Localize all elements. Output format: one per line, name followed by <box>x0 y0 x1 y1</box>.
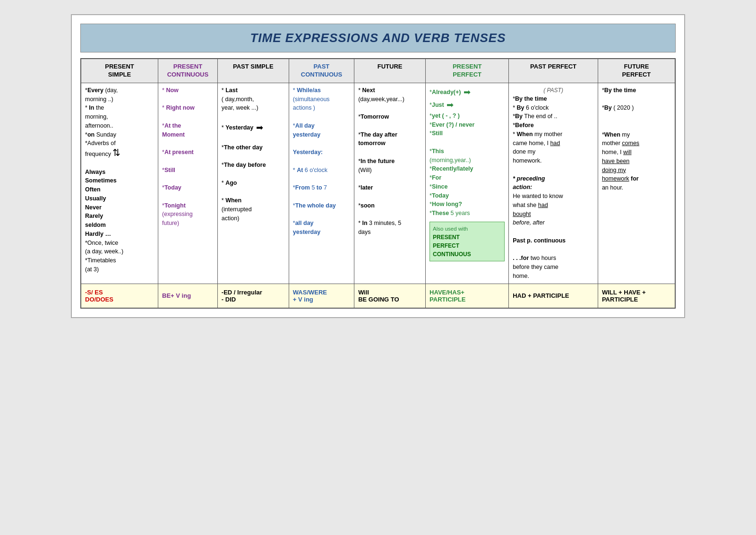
also-used-label: Also used with <box>433 226 468 232</box>
pco-allday2: *all dayyesterday <box>293 220 320 235</box>
page-container: TIME EXPRESSIONS AND VERB TENSES PRESENT… <box>71 14 685 318</box>
pperf-bytime: *By the time <box>513 95 547 102</box>
psi-yesterday: * Yesterday <box>222 124 253 131</box>
pperf-when: * When my mothercame home, I haddone myh… <box>513 131 562 164</box>
fut-dayafter: *The day aftertomorrow <box>358 131 397 147</box>
bottom-future-perf: WILL + HAVE +PARTICIPLE <box>598 284 675 308</box>
pc-still: *Still <box>162 167 175 173</box>
col-header-past-cont: PASTCONTINUOUS <box>289 59 354 83</box>
fperf-when: *When mymother comeshome, I willhave bee… <box>602 131 639 191</box>
pp-ever: *Ever (?) / never <box>430 121 474 128</box>
pperf-before: *Before <box>513 122 533 129</box>
psi-other-day: *The other day <box>222 144 263 151</box>
present-simple-content: *Every (day,morning ..) * In themorning,… <box>81 83 158 284</box>
pp-arrow1: ➡ <box>464 86 471 99</box>
also-used-text: PRESENTPERFECTCONTINUOUS <box>433 234 471 258</box>
fperf-by2020: *By ( 2020 ) <box>602 104 634 111</box>
fut-infuture: *In the future(Will) <box>358 158 395 173</box>
pp-yet: *yet ( - , ? ) <box>430 112 460 119</box>
future-perf-content: *By the time *By ( 2020 ) *When mymother… <box>598 83 675 284</box>
pco-yesterday-label: Yesterday: <box>293 149 323 155</box>
fut-next: * Next(day,week,year...) <box>358 87 404 103</box>
fut-later: *later <box>358 184 373 191</box>
psi-when: * When(interruptedaction) <box>222 197 252 222</box>
main-table: PRESENTSIMPLE PRESENTCONTINUOUS PAST SIM… <box>80 58 676 309</box>
pperf-for: . . .for two hoursbefore they camehome. <box>513 255 558 279</box>
psi-last: * Last( day,month,year, week ...) <box>222 87 258 112</box>
pp-these5: *These 5 years <box>430 210 470 216</box>
present-cont-content: * Now * Right now *At theMoment *At pres… <box>158 83 218 284</box>
fperf-bytime: *By the time <box>602 87 636 94</box>
psi-day-before: *The day before <box>222 162 266 168</box>
content-row: *Every (day,morning ..) * In themorning,… <box>81 83 675 284</box>
col-header-present-cont: PRESENTCONTINUOUS <box>158 59 218 83</box>
pperf-byendof: *By The end of .. <box>513 113 557 120</box>
pc-right-now: * Right now <box>162 104 195 111</box>
bottom-present-cont: BE+ V ing <box>158 284 218 308</box>
pperf-pastpcont: Past p. continuous <box>513 237 566 244</box>
col-header-present-simple: PRESENTSIMPLE <box>81 59 158 83</box>
past-simple-content: * Last( day,month,year, week ...) * Yest… <box>217 83 289 284</box>
pco-at6: * At 6 o'clock <box>293 167 327 173</box>
pp-just: *Just ➡ <box>430 102 455 108</box>
psi-arrow: ➡ <box>256 121 263 134</box>
present-perf-content: *Already(+) ➡ *Just ➡ *yet ( - , ? ) *Ev… <box>426 83 509 284</box>
col-header-past-perf: PAST PERFECT <box>509 59 598 83</box>
pperf-by6: * By 6 o'clock <box>513 104 549 111</box>
ps-in: * In themorning,afternoon.. <box>85 104 113 129</box>
pc-tonight: *Tonight(expressingfuture) <box>162 202 193 227</box>
pp-arrow2: ➡ <box>447 99 454 112</box>
col-header-future-perf: FUTUREPERFECT <box>598 59 675 83</box>
psi-ago: * Ago <box>222 180 237 186</box>
bottom-present-perf: HAVE/HAS+PARTICIPLE <box>426 284 509 308</box>
bottom-past-perf: HAD + PARTICIPLE <box>509 284 598 308</box>
pp-since: *Since <box>430 183 447 190</box>
pp-for: *For <box>430 174 441 181</box>
pco-while: * While/as(simultaneousactions ) <box>293 87 330 112</box>
fut-soon: *soon <box>358 202 375 209</box>
bottom-present-simple: -S/ ESDO/DOES <box>81 284 158 308</box>
pp-howlong: *How long? <box>430 201 462 207</box>
pc-at-the-moment: *At theMoment <box>162 122 185 138</box>
pc-at-present: *At present <box>162 149 194 155</box>
bottom-past-simple: -ED / Irregular- DID <box>217 284 289 308</box>
col-header-future: FUTURE <box>354 59 426 83</box>
page-title: TIME EXPRESSIONS AND VERB TENSES <box>86 31 670 45</box>
ps-every: *Every (day,morning ..) <box>85 87 118 103</box>
fut-tomorrow: *Tomorrow <box>358 113 389 120</box>
ps-adverbs: *Adverbs offrequency <box>85 140 116 157</box>
ps-on: *on Sunday <box>85 131 116 138</box>
future-content: * Next(day,week,year...) *Tomorrow *The … <box>354 83 426 284</box>
past-perf-content: ( PAST) *By the time * By 6 o'clock *By … <box>509 83 598 284</box>
col-header-past-simple: PAST SIMPLE <box>217 59 289 83</box>
col-header-present-perf: PRESENTPERFECT <box>426 59 509 83</box>
pperf-preceding: * precedingaction: <box>513 175 545 191</box>
pco-whole-day: *The whole day <box>293 202 336 209</box>
pco-from5: *From 5 to 7 <box>293 184 327 191</box>
also-used-box: Also used with PRESENTPERFECTCONTINUOUS <box>430 222 505 261</box>
bottom-future: WillBE GOING TO <box>354 284 426 308</box>
bottom-past-cont: WAS/WERE+ V ing <box>289 284 354 308</box>
pp-still: *Still <box>430 130 443 137</box>
pperf-preceding-text: He wanted to knowwhat she hadboughtbefor… <box>513 193 563 226</box>
header-row: PRESENTSIMPLE PRESENTCONTINUOUS PAST SIM… <box>81 59 675 83</box>
frequency-arrow: ⇅ <box>112 147 120 158</box>
bottom-row: -S/ ESDO/DOES BE+ V ing -ED / Irregular-… <box>81 284 675 308</box>
pp-today: *Today <box>430 192 449 199</box>
pco-allday: *All dayyesterday <box>293 122 320 138</box>
pp-already: *Already(+) ➡ <box>430 89 472 95</box>
pp-recently: *Recently/lately <box>430 165 473 172</box>
past-cont-content: * While/as(simultaneousactions ) *All da… <box>289 83 354 284</box>
ps-always: Always Sometimes Often Usually Never Rar… <box>85 169 123 273</box>
title-bar: TIME EXPRESSIONS AND VERB TENSES <box>80 24 676 52</box>
fut-in3: * In 3 minutes, 5days <box>358 220 401 235</box>
pp-this: *This(morning,year..) <box>430 148 471 164</box>
past-label: ( PAST) <box>513 86 594 95</box>
pc-now: * Now <box>162 87 179 94</box>
pc-today: *Today <box>162 184 181 191</box>
